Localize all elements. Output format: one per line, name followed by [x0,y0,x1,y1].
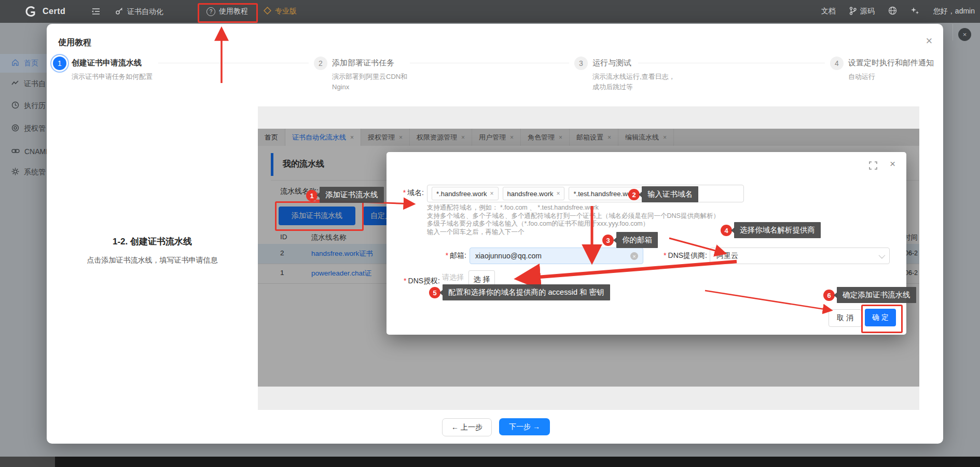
annotation-tip-1: 添加证书流水线 [320,187,384,203]
sidebar-item-label: 授权管 [24,124,46,133]
close-icon[interactable]: × [490,190,494,197]
close-icon[interactable] [921,33,937,49]
annotation-badge-1: 1 [306,190,318,201]
nav-pro-label: 专业版 [275,7,297,16]
step-2-circle: 2 [314,57,327,70]
nav-source-label: 源码 [860,7,875,16]
nav-cert-automation[interactable]: 证书自动化 [115,7,163,17]
sidebar-item-history[interactable]: 执行历 [0,97,47,115]
caption-title: 1-2. 创建证书流水线 [47,236,258,248]
step-4-circle: 4 [830,57,844,70]
sidebar-item-cert[interactable]: 证书自 [0,75,47,93]
menu-fold-icon[interactable] [91,7,101,17]
line-chart-icon [11,79,19,89]
sidebar: 首页 证书自 执行历 授权管 CNAME 系统管 [0,23,47,457]
gear-icon [11,168,19,177]
demo-footer-strip [258,387,919,410]
user-greeting[interactable]: 您好，admin [933,7,975,16]
taskbar [0,457,980,467]
annotation-badge-5: 5 [429,287,440,298]
step-2-title: 添加部署证书任务 [332,58,394,68]
step-3-title: 运行与测试 [592,58,631,68]
step-1-desc: 演示证书申请任务如何配置 [72,72,157,82]
dns-auth-label: *DNS授权: [387,277,440,286]
annotation-tip-3: 你的邮箱 [616,232,658,248]
sidebar-item-label: 证书自 [24,79,46,89]
dns-auth-placeholder: 请选择 [442,273,464,282]
nav-cert-automation-label: 证书自动化 [127,7,163,17]
annotation-badge-6: 6 [823,290,835,301]
annotation-badge-3: 3 [602,235,614,246]
cancel-button[interactable]: 取 消 [829,309,862,327]
globe-icon[interactable] [888,6,897,17]
key-icon [115,7,123,17]
prev-step-button[interactable]: ← 上一步 [442,418,492,436]
target-icon [11,124,19,133]
step-4-desc: 自动运行 [848,72,934,82]
step-connector [638,63,825,63]
demo-screenshot: 首页 证书自动化流水线× 授权管理× 权限资源管理× 用户管理× 角色管理× 邮… [258,106,919,410]
domain-tag: handsfree.work× [503,187,565,200]
nav-source[interactable]: 源码 [849,7,875,17]
step-caption: 1-2. 创建证书流水线 点击添加证书流水线，填写证书申请信息 [47,236,258,265]
step-1-circle: 1 [53,57,66,70]
close-icon[interactable] [890,158,895,170]
next-step-button[interactable]: 下一步 → [499,418,550,435]
domain-label: *域名: [387,188,424,198]
annotation-tip-6: 确定添加证书流水线 [837,287,916,303]
tabbar-divider [953,24,953,40]
step-1-title: 创建证书申请流水线 [72,58,142,68]
home-icon [11,59,19,68]
sidebar-item-home[interactable]: 首页 [0,54,47,73]
step-4-title: 设置定时执行和邮件通知 [848,58,934,68]
email-field[interactable]: xiaojunnuo@qq.com [470,248,643,264]
annotation-badge-4: 4 [721,225,732,236]
top-navbar: Certd 证书自动化 使用教程 专业版 文档 源码 您好，admin [0,0,980,23]
nav-pro[interactable]: 专业版 [264,7,297,16]
sparkles-icon[interactable] [910,6,920,17]
step-connector [410,63,569,63]
tutorial-title: 使用教程 [58,37,91,48]
chevron-down-icon [879,252,886,259]
domain-tag: *.handsfree.work× [432,187,499,200]
right-backdrop [943,23,980,457]
nav-docs[interactable]: 文档 [821,7,836,16]
taskbar-segment [0,457,55,467]
sidebar-item-label: CNAME [24,147,47,156]
step-2-desc: 演示部署到阿里云CDN和Nginx [332,72,418,92]
sidebar-item-label: 执行历 [24,101,46,111]
caption-desc: 点击添加证书流水线，填写证书申请信息 [47,256,258,265]
dns-provider-select[interactable]: 阿里云 [710,248,890,264]
add-button-highlight-box [275,201,364,231]
step-3-desc: 演示流水线运行,查看日志，成功后跳过等 [592,72,678,92]
annotation-tip-5: 配置和选择你的域名提供商的 accessid 和 密钥 [443,284,610,300]
clear-icon[interactable] [630,252,638,260]
email-label: *邮箱: [432,251,466,260]
brand-name: Certd [43,7,65,16]
annotation-tip-4: 选择你域名解析提供商 [734,222,821,238]
confirm-highlight-box [861,305,903,333]
git-branch-icon [849,7,857,17]
annotation-badge-2: 2 [628,189,640,200]
annotation-tip-2: 输入证书域名 [642,186,698,202]
certd-logo-icon [24,5,37,20]
step-connector [158,63,309,63]
tutorial-highlight-box [198,3,258,23]
sidebar-item-label: 系统管 [24,168,46,177]
domain-help-text: 支持通配符域名，例如： *.foo.com 、 *.test.handsfree… [427,204,720,236]
sidebar-item-label: 首页 [24,59,38,68]
sidebar-item-auth[interactable]: 授权管 [0,119,47,138]
dns-provider-label: *DNS提供商: [646,251,707,260]
demo-header-strip [258,106,919,129]
close-icon[interactable]: × [556,190,560,197]
fullscreen-icon[interactable] [869,161,877,170]
clock-icon [11,101,19,111]
diamond-icon [264,7,271,16]
step-3-circle: 3 [574,57,588,70]
close-all-tabs-icon[interactable] [958,28,971,41]
sidebar-item-cname[interactable]: CNAME [0,142,47,161]
sidebar-item-system[interactable]: 系统管 [0,163,47,182]
link-icon [11,147,20,156]
